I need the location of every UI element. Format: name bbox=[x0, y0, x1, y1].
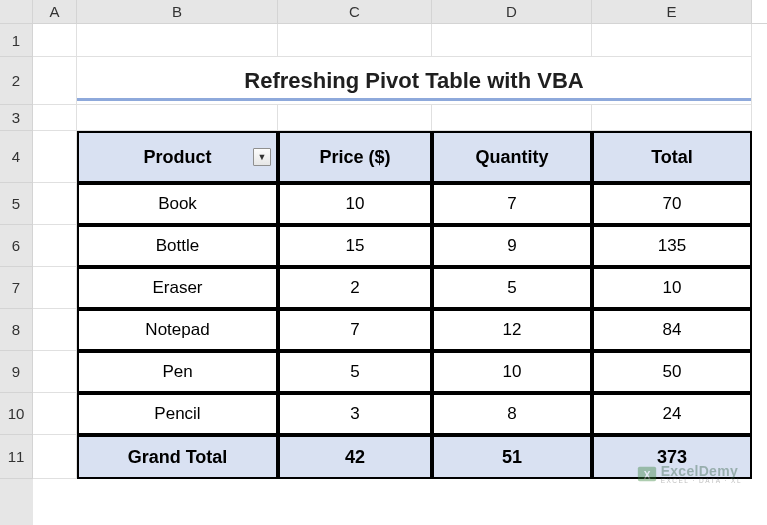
pivot-header-price[interactable]: Price ($) bbox=[278, 131, 432, 183]
table-row[interactable]: Pencil bbox=[77, 393, 278, 435]
row-header-2[interactable]: 2 bbox=[0, 57, 33, 105]
cell-d1[interactable] bbox=[432, 24, 592, 57]
cell-a5[interactable] bbox=[33, 183, 77, 225]
cell-a10[interactable] bbox=[33, 393, 77, 435]
cell-a9[interactable] bbox=[33, 351, 77, 393]
title-underline bbox=[77, 98, 751, 101]
table-row[interactable]: Bottle bbox=[77, 225, 278, 267]
pivot-header-quantity[interactable]: Quantity bbox=[432, 131, 592, 183]
cell-a4[interactable] bbox=[33, 131, 77, 183]
row-header-9[interactable]: 9 bbox=[0, 351, 33, 393]
table-row[interactable]: 9 bbox=[432, 225, 592, 267]
chevron-down-icon: ▼ bbox=[258, 152, 267, 162]
pivot-header-product[interactable]: Product ▼ bbox=[77, 131, 278, 183]
row-header-5[interactable]: 5 bbox=[0, 183, 33, 225]
table-row[interactable]: 10 bbox=[432, 351, 592, 393]
table-row[interactable]: 10 bbox=[278, 183, 432, 225]
table-row[interactable]: 50 bbox=[592, 351, 752, 393]
row-header-6[interactable]: 6 bbox=[0, 225, 33, 267]
table-row[interactable]: 5 bbox=[432, 267, 592, 309]
grand-total-quantity[interactable]: 51 bbox=[432, 435, 592, 479]
cell-a8[interactable] bbox=[33, 309, 77, 351]
table-row[interactable]: 135 bbox=[592, 225, 752, 267]
col-header-b[interactable]: B bbox=[77, 0, 278, 23]
cell-a11[interactable] bbox=[33, 435, 77, 479]
cell-c3[interactable] bbox=[278, 105, 432, 131]
header-product-label: Product bbox=[143, 147, 211, 168]
select-all-corner[interactable] bbox=[0, 0, 33, 23]
table-row[interactable]: Eraser bbox=[77, 267, 278, 309]
cell-a3[interactable] bbox=[33, 105, 77, 131]
grand-total-label[interactable]: Grand Total bbox=[77, 435, 278, 479]
grand-total-total[interactable]: 373 bbox=[592, 435, 752, 479]
col-header-e[interactable]: E bbox=[592, 0, 752, 23]
table-row[interactable]: 15 bbox=[278, 225, 432, 267]
table-row[interactable]: 12 bbox=[432, 309, 592, 351]
row-header-7[interactable]: 7 bbox=[0, 267, 33, 309]
grand-total-price[interactable]: 42 bbox=[278, 435, 432, 479]
table-row[interactable]: 7 bbox=[432, 183, 592, 225]
pivot-filter-dropdown[interactable]: ▼ bbox=[253, 148, 271, 166]
row-header-3[interactable]: 3 bbox=[0, 105, 33, 131]
row-header-4[interactable]: 4 bbox=[0, 131, 33, 183]
cell-a1[interactable] bbox=[33, 24, 77, 57]
cell-a2[interactable] bbox=[33, 57, 77, 105]
row-header-11[interactable]: 11 bbox=[0, 435, 33, 479]
col-header-d[interactable]: D bbox=[432, 0, 592, 23]
row-header-10[interactable]: 10 bbox=[0, 393, 33, 435]
table-row[interactable]: Book bbox=[77, 183, 278, 225]
row-headers: 1 2 3 4 5 6 7 8 9 10 11 bbox=[0, 24, 33, 525]
table-row[interactable]: 24 bbox=[592, 393, 752, 435]
row-header-1[interactable]: 1 bbox=[0, 24, 33, 57]
col-header-a[interactable]: A bbox=[33, 0, 77, 23]
table-row[interactable]: 7 bbox=[278, 309, 432, 351]
cell-e1[interactable] bbox=[592, 24, 752, 57]
cell-c1[interactable] bbox=[278, 24, 432, 57]
pivot-header-total[interactable]: Total bbox=[592, 131, 752, 183]
column-headers: A B C D E bbox=[0, 0, 767, 24]
cell-d3[interactable] bbox=[432, 105, 592, 131]
table-row[interactable]: 8 bbox=[432, 393, 592, 435]
cell-a7[interactable] bbox=[33, 267, 77, 309]
cells-area: Refreshing Pivot Table with VBA Product … bbox=[33, 24, 767, 525]
cell-b1[interactable] bbox=[77, 24, 278, 57]
cell-b3[interactable] bbox=[77, 105, 278, 131]
table-row[interactable]: 3 bbox=[278, 393, 432, 435]
table-row[interactable]: 10 bbox=[592, 267, 752, 309]
spreadsheet-grid: A B C D E 1 2 3 4 5 6 7 8 9 10 11 bbox=[0, 0, 767, 525]
page-title-text: Refreshing Pivot Table with VBA bbox=[244, 68, 583, 94]
cell-e3[interactable] bbox=[592, 105, 752, 131]
cell-a6[interactable] bbox=[33, 225, 77, 267]
row-header-8[interactable]: 8 bbox=[0, 309, 33, 351]
table-row[interactable]: 84 bbox=[592, 309, 752, 351]
page-title[interactable]: Refreshing Pivot Table with VBA bbox=[77, 57, 752, 105]
table-row[interactable]: 5 bbox=[278, 351, 432, 393]
table-row[interactable]: Notepad bbox=[77, 309, 278, 351]
table-row[interactable]: 2 bbox=[278, 267, 432, 309]
table-row[interactable]: Pen bbox=[77, 351, 278, 393]
table-row[interactable]: 70 bbox=[592, 183, 752, 225]
col-header-c[interactable]: C bbox=[278, 0, 432, 23]
